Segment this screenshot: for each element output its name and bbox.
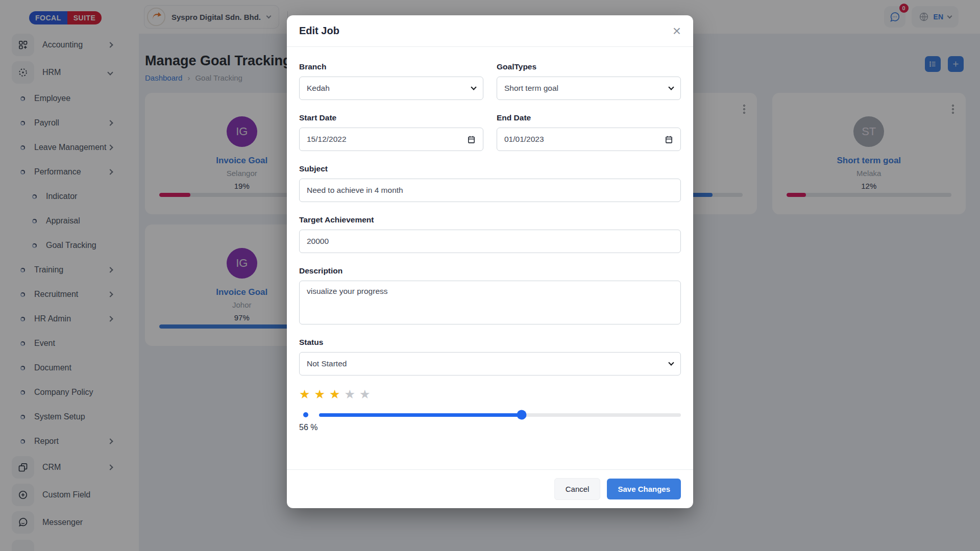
- target-achievement-label: Target Achievement: [299, 215, 681, 224]
- star-filled-icon[interactable]: ★: [299, 387, 314, 401]
- edit-job-modal: Edit Job × Branch Kedah GoalTypes Short …: [287, 15, 693, 508]
- goaltypes-select[interactable]: Short term goal: [497, 77, 681, 100]
- status-label: Status: [299, 338, 681, 347]
- end-date-label: End Date: [497, 113, 681, 122]
- star-rating[interactable]: ★★★★★: [299, 388, 681, 401]
- status-select[interactable]: Not Started: [299, 352, 681, 375]
- slider-value: 56 %: [299, 423, 681, 432]
- goaltypes-label: GoalTypes: [497, 62, 681, 71]
- calendar-icon: [467, 135, 476, 144]
- star-empty-icon[interactable]: ★: [345, 387, 360, 401]
- slider-thumb[interactable]: [517, 410, 527, 420]
- cancel-button[interactable]: Cancel: [554, 478, 601, 500]
- star-filled-icon[interactable]: ★: [329, 387, 345, 401]
- branch-label: Branch: [299, 62, 483, 71]
- chevron-down-icon: [668, 84, 674, 90]
- close-icon[interactable]: ×: [673, 26, 681, 36]
- subject-label: Subject: [299, 164, 681, 173]
- star-empty-icon[interactable]: ★: [359, 387, 375, 401]
- start-date-input[interactable]: 15/12/2022: [299, 128, 483, 151]
- target-achievement-input[interactable]: 20000: [299, 230, 681, 253]
- save-changes-button[interactable]: Save Changes: [607, 479, 681, 499]
- star-filled-icon[interactable]: ★: [314, 387, 330, 401]
- modal-title: Edit Job: [299, 25, 339, 37]
- chevron-down-icon: [668, 360, 674, 365]
- description-textarea[interactable]: visualize your progress: [299, 281, 681, 324]
- end-date-input[interactable]: 01/01/2023: [497, 128, 681, 151]
- slider-min-dot: [303, 412, 308, 417]
- start-date-label: Start Date: [299, 113, 483, 122]
- description-label: Description: [299, 266, 681, 276]
- branch-select[interactable]: Kedah: [299, 77, 483, 100]
- calendar-icon: [665, 135, 673, 144]
- slider-track[interactable]: [319, 413, 681, 417]
- progress-slider: [299, 412, 681, 417]
- subject-input[interactable]: Need to achieve in 4 month: [299, 179, 681, 202]
- slider-fill: [319, 413, 522, 417]
- chevron-down-icon: [471, 84, 476, 90]
